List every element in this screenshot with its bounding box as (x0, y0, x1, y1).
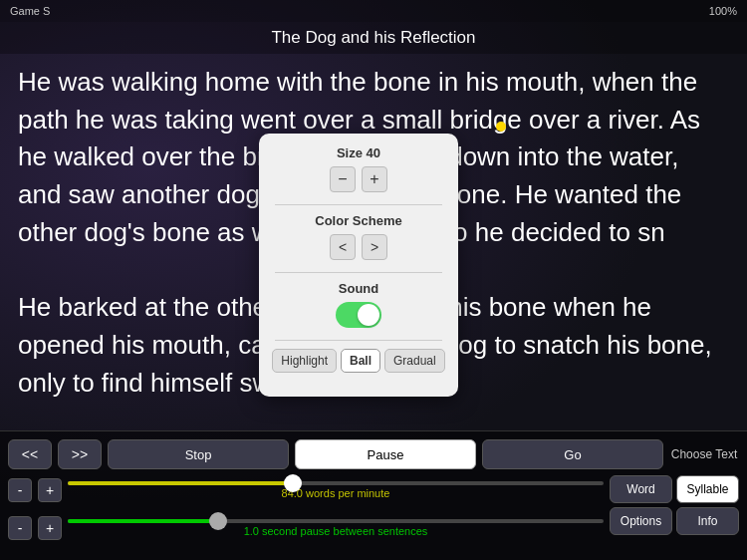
page-title: The Dog and his Reflection (271, 28, 475, 48)
right-buttons: Word Syllable Options Info (610, 475, 739, 554)
size-controls: − + (275, 166, 442, 192)
status-right: 100% (709, 5, 737, 17)
bottom-controls: << >> Stop Pause Go Choose Text - + 84.0… (0, 430, 747, 560)
pause-plus-button[interactable]: + (38, 516, 62, 540)
status-left: Game S (10, 5, 50, 17)
highlight-section: Highlight Ball Gradual (275, 349, 442, 373)
options-info-row: Options Info (610, 507, 739, 535)
toggle-knob (358, 304, 379, 326)
yellow-dot-indicator (496, 122, 506, 132)
size-section: Size 40 − + (275, 145, 442, 192)
color-scheme-label: Color Scheme (275, 213, 442, 228)
settings-popup: Size 40 − + Color Scheme < > Sound (259, 134, 458, 397)
status-bar: Game S 100% (0, 0, 747, 22)
sound-toggle-container (275, 302, 442, 328)
sound-toggle[interactable] (336, 302, 381, 328)
highlight-button[interactable]: Highlight (272, 349, 337, 373)
sliders-section: - + 84.0 words per minute - + (8, 475, 604, 554)
color-prev-button[interactable]: < (330, 234, 356, 260)
go-button[interactable]: Go (482, 439, 663, 469)
word-syllable-row: Word Syllable (610, 475, 739, 503)
pause-label: 1.0 second pause between sentences (244, 525, 428, 537)
wpm-row: - + 84.0 words per minute (8, 475, 604, 505)
options-button[interactable]: Options (610, 507, 672, 535)
info-button[interactable]: Info (676, 507, 739, 535)
choose-text-label: Choose Text (669, 447, 739, 461)
color-next-button[interactable]: > (362, 234, 387, 260)
sound-label: Sound (275, 281, 442, 296)
syllable-button[interactable]: Syllable (676, 475, 739, 503)
wpm-slider-fill (68, 481, 293, 485)
color-scheme-controls: < > (275, 234, 442, 260)
pause-slider-track (68, 519, 604, 523)
highlight-controls: Highlight Ball Gradual (275, 349, 442, 373)
word-button[interactable]: Word (610, 475, 672, 503)
wpm-plus-button[interactable]: + (38, 478, 62, 502)
pause-slider-fill (68, 519, 218, 523)
wpm-slider-track (68, 481, 604, 485)
title-bar: The Dog and his Reflection (0, 22, 747, 54)
color-scheme-section: Color Scheme < > (275, 213, 442, 260)
sound-section: Sound (275, 281, 442, 328)
pause-minus-button[interactable]: - (8, 516, 32, 540)
ball-button[interactable]: Ball (341, 349, 380, 373)
prev-button[interactable]: << (8, 439, 52, 469)
controls-bottom: - + 84.0 words per minute - + (8, 475, 739, 554)
size-label: Size 40 (275, 145, 442, 160)
divider-3 (275, 340, 442, 341)
divider-2 (275, 272, 442, 273)
divider-1 (275, 204, 442, 205)
gradual-button[interactable]: Gradual (384, 349, 445, 373)
size-plus-button[interactable]: + (362, 166, 387, 192)
pause-row: - + 1.0 second pause between sentences (8, 513, 604, 543)
stop-button[interactable]: Stop (108, 439, 289, 469)
wpm-slider-container[interactable]: 84.0 words per minute (68, 481, 604, 499)
wpm-minus-button[interactable]: - (8, 478, 32, 502)
playback-row: << >> Stop Pause Go Choose Text (8, 437, 739, 471)
pause-button[interactable]: Pause (295, 439, 476, 469)
pause-slider-thumb (209, 512, 227, 530)
size-minus-button[interactable]: − (330, 166, 356, 192)
pause-slider-container[interactable]: 1.0 second pause between sentences (68, 519, 604, 537)
next-button[interactable]: >> (58, 439, 102, 469)
wpm-slider-thumb (284, 474, 302, 492)
